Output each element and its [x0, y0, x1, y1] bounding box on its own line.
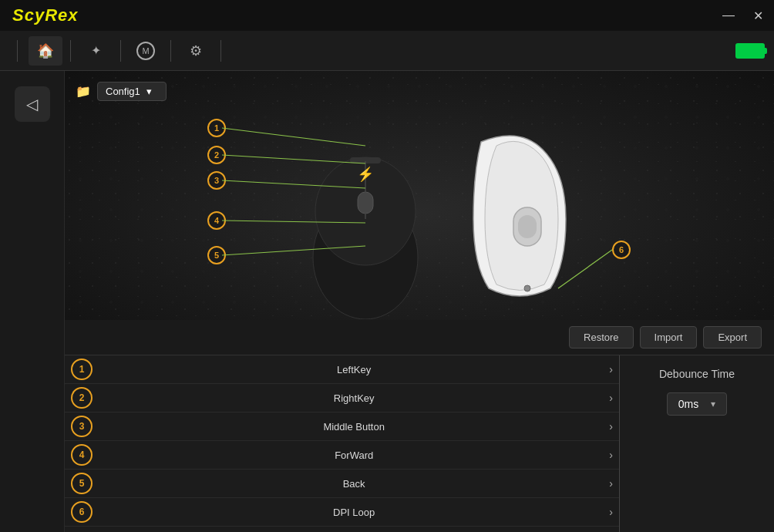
key-num-3: 3 — [71, 416, 93, 437]
nav-separator-2 — [70, 40, 71, 62]
key-label-3: Middle Button — [99, 421, 609, 433]
back-button[interactable]: ◁ — [15, 86, 50, 122]
key-arrow-3: › — [609, 420, 613, 433]
debounce-dropdown[interactable]: 0ms ▾ — [667, 392, 727, 416]
nav-items: 🏠 ✦ M ⚙ — [29, 36, 226, 66]
mouse-area: 📁 Config1 ▾ — [65, 71, 774, 355]
restore-button[interactable]: Restore — [569, 326, 634, 348]
key-num-1: 1 — [71, 359, 93, 380]
svg-line-26 — [558, 250, 612, 288]
key-arrow-2: › — [609, 392, 613, 404]
debounce-title: Debounce Time — [659, 368, 735, 380]
key-item-3[interactable]: 3 Middle Button › — [65, 412, 619, 441]
key-arrow-1: › — [609, 363, 613, 375]
nav-item-settings[interactable]: ⚙ — [179, 36, 213, 66]
title-bar: ScyRex — ✕ — [0, 0, 774, 31]
key-num-2: 2 — [71, 387, 93, 409]
key-item-4[interactable]: 4 ForWard › — [65, 441, 619, 470]
svg-text:1: 1 — [214, 123, 219, 133]
key-arrow-4: › — [609, 449, 613, 461]
action-bar: Restore Import Export — [65, 320, 774, 355]
diagram-svg: ⚡ 1 — [204, 103, 635, 319]
svg-text:6: 6 — [619, 245, 624, 254]
config-dropdown[interactable]: Config1 ▾ — [97, 82, 167, 101]
key-num-5: 5 — [71, 473, 93, 494]
svg-point-8 — [524, 285, 530, 291]
main-content: ◁ 📁 Config1 ▾ — [0, 71, 774, 532]
key-arrow-5: › — [609, 477, 613, 490]
key-item-5[interactable]: 5 Back › — [65, 470, 619, 498]
svg-rect-7 — [518, 215, 537, 238]
key-num-4: 4 — [71, 444, 93, 466]
key-label-1: LeftKey — [99, 364, 609, 375]
svg-text:4: 4 — [214, 216, 220, 225]
dropdown-arrow: ▾ — [146, 86, 152, 97]
folder-icon: 📁 — [76, 84, 91, 99]
key-item-2[interactable]: 2 RightKey › — [65, 384, 619, 412]
key-label-6: DPI Loop — [99, 507, 609, 518]
svg-text:3: 3 — [214, 176, 219, 185]
nav-separator-3 — [120, 40, 121, 62]
mouse-diagram: ⚡ 1 — [204, 103, 635, 322]
nav-item-mode[interactable]: M — [129, 36, 163, 66]
home-icon: 🏠 — [37, 42, 54, 59]
nav-separator-5 — [220, 40, 221, 62]
key-label-4: ForWard — [99, 450, 609, 461]
nav-separator-1 — [17, 40, 18, 62]
config-bar: 📁 Config1 ▾ — [76, 82, 167, 101]
title-controls: — ✕ — [718, 7, 768, 25]
battery-box — [735, 43, 765, 59]
key-arrow-6: › — [609, 506, 613, 518]
mode-icon: M — [136, 42, 155, 60]
dpad-icon: ✦ — [91, 43, 101, 58]
right-panel: Debounce Time 0ms ▾ — [620, 355, 774, 532]
nav-bar: 🏠 ✦ M ⚙ — [0, 31, 774, 71]
nav-item-home[interactable]: 🏠 — [29, 36, 62, 66]
battery-indicator — [735, 43, 765, 59]
key-label-5: Back — [99, 478, 609, 490]
key-list-area: 1 LeftKey › 2 RightKey › 3 Middle Button… — [65, 355, 774, 532]
debounce-arrow: ▾ — [711, 399, 715, 409]
gear-icon: ⚙ — [190, 42, 202, 59]
key-item-1[interactable]: 1 LeftKey › — [65, 355, 619, 384]
app-logo: ScyRex — [12, 5, 79, 25]
svg-text:⚡: ⚡ — [357, 166, 375, 183]
key-label-2: RightKey — [99, 392, 609, 404]
minimize-button[interactable]: — — [718, 7, 739, 24]
key-item-6[interactable]: 6 DPI Loop › — [65, 498, 619, 527]
close-button[interactable]: ✕ — [749, 7, 768, 25]
svg-line-14 — [222, 155, 365, 163]
back-icon: ◁ — [26, 95, 38, 113]
sidebar: ◁ — [0, 71, 65, 532]
svg-line-11 — [222, 128, 365, 146]
nav-item-dpad[interactable]: ✦ — [79, 36, 113, 66]
center-area: 📁 Config1 ▾ — [65, 71, 774, 532]
export-button[interactable]: Export — [703, 326, 762, 348]
debounce-value: 0ms — [678, 398, 698, 410]
import-button[interactable]: Import — [640, 326, 698, 348]
svg-text:5: 5 — [214, 251, 219, 260]
key-list: 1 LeftKey › 2 RightKey › 3 Middle Button… — [65, 355, 620, 532]
nav-separator-4 — [170, 40, 171, 62]
key-num-6: 6 — [71, 501, 93, 523]
svg-text:2: 2 — [214, 150, 219, 160]
config-selected: Config1 — [106, 86, 140, 97]
